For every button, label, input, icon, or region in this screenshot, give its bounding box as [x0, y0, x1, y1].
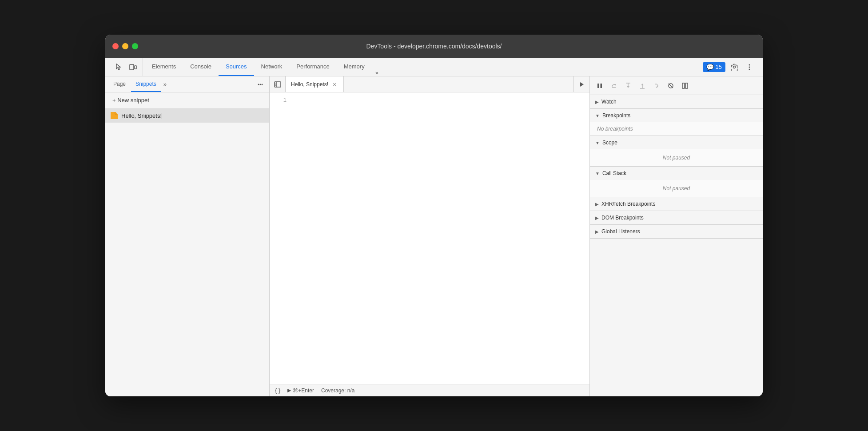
section-global-listeners-header[interactable]: ▶ Global Listeners	[590, 225, 763, 238]
svg-marker-13	[580, 82, 584, 87]
panel-kebab-menu[interactable]	[255, 79, 266, 90]
snippet-item[interactable]: Hello, Snippets!	[105, 108, 269, 123]
svg-point-2	[749, 64, 750, 65]
play-triangle-icon: ▶	[287, 387, 291, 393]
expanded-arrow-icon: ▼	[595, 113, 600, 118]
section-scope: ▼ Scope Not paused	[590, 136, 763, 167]
section-global-listeners: ▶ Global Listeners	[590, 225, 763, 239]
section-xhr-breakpoints: ▶ XHR/fetch Breakpoints	[590, 197, 763, 211]
section-breakpoints: ▼ Breakpoints No breakpoints	[590, 109, 763, 136]
svg-point-3	[749, 66, 750, 68]
three-dots-icon	[257, 81, 263, 88]
tab-memory[interactable]: Memory	[337, 58, 372, 76]
svg-rect-14	[597, 84, 599, 88]
main-tabs: Elements Console Sources Network Perform…	[143, 58, 699, 76]
close-tab-button[interactable]: ×	[331, 81, 338, 88]
traffic-lights	[112, 43, 138, 49]
tab-snippets[interactable]: Snippets	[131, 76, 161, 92]
coverage-info: Coverage: n/a	[321, 387, 354, 394]
play-icon	[579, 81, 585, 88]
section-dom-label: DOM Breakpoints	[601, 215, 644, 221]
settings-button[interactable]	[728, 61, 741, 73]
editor-tab-hello-snippets[interactable]: Hello, Snippets! ×	[286, 76, 344, 92]
window-title: DevTools - developer.chrome.com/docs/dev…	[366, 43, 502, 50]
svg-text:!: !	[684, 86, 685, 89]
notifications-badge[interactable]: 💬 15	[703, 62, 725, 72]
device-icon	[129, 63, 137, 71]
panel-more-tabs[interactable]: »	[162, 81, 168, 88]
svg-point-4	[749, 68, 750, 70]
deactivate-breakpoints-button[interactable]	[665, 80, 677, 92]
toggle-sidebar-button[interactable]	[270, 76, 286, 92]
svg-rect-1	[135, 66, 136, 69]
format-icon: { }	[275, 387, 280, 394]
tab-performance[interactable]: Performance	[289, 58, 336, 76]
svg-rect-15	[601, 84, 602, 88]
snippet-file-icon	[111, 112, 118, 119]
minimize-button[interactable]	[122, 43, 128, 49]
more-tabs-button[interactable]: »	[372, 69, 382, 76]
close-button[interactable]	[112, 43, 119, 49]
section-call-stack-label: Call Stack	[602, 170, 626, 176]
new-snippet-button[interactable]: + New snippet	[105, 92, 269, 108]
svg-point-6	[260, 84, 261, 85]
section-xhr-label: XHR/fetch Breakpoints	[601, 201, 655, 207]
file-icon	[111, 112, 118, 120]
section-watch: ▶ Watch	[590, 95, 763, 109]
chat-icon: 💬	[706, 64, 714, 71]
tab-network[interactable]: Network	[254, 58, 290, 76]
section-global-listeners-label: Global Listeners	[601, 228, 640, 235]
section-watch-header[interactable]: ▶ Watch	[590, 95, 763, 108]
pause-button[interactable]	[593, 80, 606, 92]
collapsed-arrow-2-icon: ▶	[595, 202, 599, 207]
kebab-icon	[746, 64, 753, 71]
panel-body: + New snippet Hello, Snippets!	[105, 92, 269, 396]
editor-panel: Hello, Snippets! × 1 { }	[270, 76, 589, 396]
step-over-button[interactable]	[608, 80, 620, 92]
tab-sources[interactable]: Sources	[219, 58, 254, 76]
line-number-1: 1	[270, 96, 287, 105]
editor-tabs-bar: Hello, Snippets! ×	[270, 76, 589, 92]
toolbar-right: 💬 15	[699, 61, 759, 73]
debugger-toolbar: !	[590, 76, 763, 95]
panel-tabs: Page Snippets »	[105, 76, 269, 92]
inspect-element-button[interactable]	[112, 61, 125, 73]
pause-exceptions-icon: !	[682, 83, 688, 89]
step-out-icon	[639, 83, 645, 89]
run-snippet-button[interactable]	[573, 76, 589, 92]
step-over-icon	[610, 82, 617, 89]
cursor-icon	[115, 63, 123, 71]
tab-elements[interactable]: Elements	[145, 58, 183, 76]
section-scope-header[interactable]: ▼ Scope	[590, 136, 763, 149]
more-options-button[interactable]	[743, 61, 756, 73]
pause-exceptions-button[interactable]: !	[679, 80, 691, 92]
section-watch-label: Watch	[601, 99, 617, 105]
code-editor[interactable]	[292, 92, 589, 384]
section-dom-header[interactable]: ▶ DOM Breakpoints	[590, 211, 763, 224]
collapsed-arrow-4-icon: ▶	[595, 229, 599, 234]
format-button[interactable]: { }	[275, 387, 280, 394]
right-sections: ▶ Watch ▼ Breakpoints No breakpoints	[590, 95, 763, 396]
section-breakpoints-header[interactable]: ▼ Breakpoints	[590, 109, 763, 122]
device-toolbar-button[interactable]	[127, 61, 139, 73]
step-out-button[interactable]	[636, 80, 649, 92]
deactivate-icon	[668, 83, 674, 89]
section-xhr-header[interactable]: ▶ XHR/fetch Breakpoints	[590, 197, 763, 211]
run-shortcut-area[interactable]: ▶ ⌘+Enter	[287, 387, 314, 394]
svg-point-5	[258, 84, 259, 85]
devtools-toolbar: Elements Console Sources Network Perform…	[105, 58, 763, 76]
section-scope-label: Scope	[602, 140, 617, 146]
tab-page[interactable]: Page	[109, 76, 130, 92]
svg-rect-28	[685, 83, 688, 88]
devtools-window: DevTools - developer.chrome.com/docs/dev…	[105, 35, 763, 396]
maximize-button[interactable]	[132, 43, 138, 49]
tab-console[interactable]: Console	[183, 58, 219, 76]
svg-marker-22	[641, 84, 644, 85]
expanded-arrow-3-icon: ▼	[595, 171, 600, 176]
section-call-stack-content: Not paused	[590, 180, 763, 197]
step-into-button[interactable]	[622, 80, 634, 92]
step-button[interactable]	[650, 80, 663, 92]
section-call-stack-header[interactable]: ▼ Call Stack	[590, 167, 763, 180]
text-cursor	[162, 113, 162, 119]
right-panel: ! ▶ Watch ▼ Breakpoints	[589, 76, 763, 396]
